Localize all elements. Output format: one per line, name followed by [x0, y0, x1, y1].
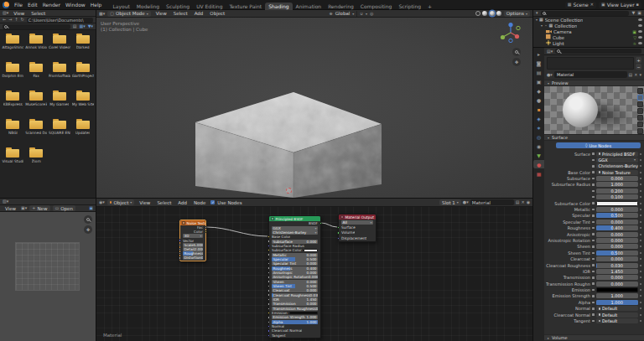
slider-field[interactable]: 0.000 — [596, 238, 639, 243]
properties-tab-output[interactable]: ▤ — [533, 68, 544, 76]
shading-solid-icon[interactable] — [482, 11, 487, 16]
keyframe-dot[interactable] — [640, 252, 641, 254]
menu-field[interactable]: Default — [596, 306, 639, 311]
visibility-eye-icon[interactable] — [638, 42, 642, 44]
keyframe-dot[interactable] — [640, 234, 641, 235]
outliner-row-light[interactable]: Light☼ — [533, 40, 644, 46]
new-view-layer-icon[interactable]: ▪ — [636, 3, 639, 7]
socket-value[interactable] — [267, 289, 270, 292]
node-checkbox[interactable] — [182, 221, 185, 225]
file-search-input[interactable] — [3, 24, 70, 29]
folder-item[interactable]: Darked — [71, 33, 94, 60]
menu-render[interactable]: Render — [40, 2, 63, 8]
slider-field[interactable]: 1.000 — [596, 293, 639, 298]
slider-field[interactable]: 1.000 — [596, 300, 639, 305]
keyframe-dot[interactable] — [640, 221, 641, 223]
properties-tab-material[interactable]: ● — [533, 160, 544, 168]
node-checkbox[interactable] — [271, 217, 274, 220]
keyframe-dot[interactable] — [640, 240, 641, 241]
keyframe-dot[interactable] — [640, 178, 641, 179]
material-browse-icon[interactable]: ●▾ — [463, 200, 469, 204]
properties-tab-view-layer[interactable]: ▣ — [533, 77, 544, 85]
workspace-tab-texture-paint[interactable]: Texture Paint — [226, 3, 265, 10]
fake-user-icon[interactable]: ▤ — [516, 200, 520, 204]
socket-shader[interactable] — [337, 226, 340, 229]
socket-color[interactable] — [205, 230, 207, 233]
proportional-edit-icon[interactable]: ◎ — [370, 12, 373, 16]
mode-selector[interactable]: ▢ Object Mode ▾ — [107, 11, 150, 17]
image-pan-button[interactable]: ✥ — [84, 225, 92, 234]
socket-value[interactable] — [267, 253, 270, 256]
socket-color[interactable] — [267, 235, 270, 238]
filebrowser-menu-view[interactable]: View — [11, 11, 27, 16]
nodeeditor-menu-add[interactable]: Add — [175, 200, 190, 205]
new-collection-icon[interactable]: ▣ — [637, 11, 641, 15]
workspace-tab-rendering[interactable]: Rendering — [325, 3, 357, 10]
keyframe-dot[interactable] — [640, 283, 641, 285]
socket-value[interactable] — [267, 280, 270, 282]
keyframe-dot[interactable] — [640, 159, 641, 161]
cube-object[interactable] — [191, 90, 386, 198]
socket-value[interactable] — [267, 276, 270, 278]
keyframe-dot[interactable] — [640, 302, 641, 303]
socket-value[interactable] — [179, 256, 181, 259]
preview-type-cloth[interactable] — [637, 121, 643, 127]
shading-wireframe-icon[interactable] — [475, 11, 480, 16]
new-image-button[interactable]: +New — [29, 205, 49, 211]
preview-type-shaderball[interactable] — [637, 115, 643, 121]
preview-type-fluid[interactable] — [637, 128, 643, 134]
visibility-eye-icon[interactable] — [638, 36, 642, 39]
unlink-material-icon[interactable]: ✕ — [521, 200, 524, 204]
slider-field[interactable]: 0.000 — [596, 244, 639, 249]
nodeeditor-menu-view[interactable]: View — [137, 200, 153, 205]
nodeeditor-menu-node[interactable]: Node — [191, 200, 208, 205]
image-link-icon[interactable]: ▣ — [89, 206, 93, 210]
properties-tab-physics[interactable]: ◎ — [533, 132, 544, 141]
image-zoom-button[interactable] — [84, 215, 92, 224]
folder-item[interactable]: FromSoftware — [49, 61, 71, 89]
socket-value[interactable] — [267, 258, 270, 261]
slider-field[interactable]: 0.030 — [596, 263, 639, 268]
properties-tab-render[interactable]: ◙ — [533, 59, 544, 67]
refresh-icon[interactable]: ↻ — [21, 18, 24, 22]
color-swatch[interactable] — [289, 312, 318, 315]
outliner-filter-icon[interactable]: ▾ — [536, 11, 538, 15]
socket-vector[interactable] — [179, 239, 181, 241]
editor-type-icon[interactable]: ▤▾ — [547, 49, 553, 54]
folder-item[interactable]: KBExpress — [2, 90, 24, 117]
workspace-tab-animation[interactable]: Animation — [293, 3, 325, 10]
surface-section-header[interactable]: ▾Surface — [544, 134, 644, 141]
keyframe-dot[interactable] — [640, 227, 641, 229]
material-slot-list[interactable] — [547, 57, 634, 70]
menu-help[interactable]: Help — [88, 2, 105, 8]
socket-vector[interactable] — [267, 245, 270, 247]
keyframe-dot[interactable] — [640, 165, 641, 167]
keyframe-dot[interactable] — [640, 265, 641, 266]
forward-icon[interactable]: → — [8, 18, 12, 22]
file-path-field[interactable]: C:\Users\User\Documents\ — [27, 18, 93, 23]
slider-field[interactable]: 0.000 — [596, 207, 639, 212]
add-slot-button[interactable]: + — [636, 57, 641, 63]
keyframe-dot[interactable] — [640, 209, 641, 210]
material-name-field[interactable]: Material — [554, 71, 627, 78]
workspace-tab-compositing[interactable]: Compositing — [357, 3, 396, 10]
menu-edit[interactable]: Edit — [25, 2, 40, 8]
scene-selector[interactable]: ▦ Scene ✕ — [565, 2, 596, 8]
viewport-menu-object[interactable]: Object — [207, 11, 227, 16]
folder-item[interactable]: Updater — [71, 118, 94, 146]
nodeeditor-menu-select[interactable]: Select — [154, 200, 174, 205]
menu-field[interactable]: Default — [596, 318, 639, 323]
viewport-canvas[interactable]: User Perspective (1) Collection | Cube — [96, 18, 532, 198]
visibility-eye-icon[interactable] — [638, 18, 642, 21]
socket-value[interactable] — [267, 293, 270, 296]
folder-item[interactable]: Corel VideoSt.. — [49, 33, 71, 60]
viewport-menu-select[interactable]: Select — [171, 11, 190, 16]
socket-value[interactable] — [267, 316, 270, 318]
node-checkbox[interactable] — [340, 215, 344, 219]
material-name-field[interactable]: Material — [470, 199, 514, 205]
filter-icon[interactable]: ▼▾ — [88, 24, 93, 28]
properties-tab-texture[interactable]: ▦ — [533, 169, 544, 178]
keyframe-dot[interactable] — [640, 314, 641, 316]
viewport-pan-button[interactable]: ✥ — [512, 58, 521, 66]
shading-material-preview-icon[interactable] — [490, 11, 495, 16]
